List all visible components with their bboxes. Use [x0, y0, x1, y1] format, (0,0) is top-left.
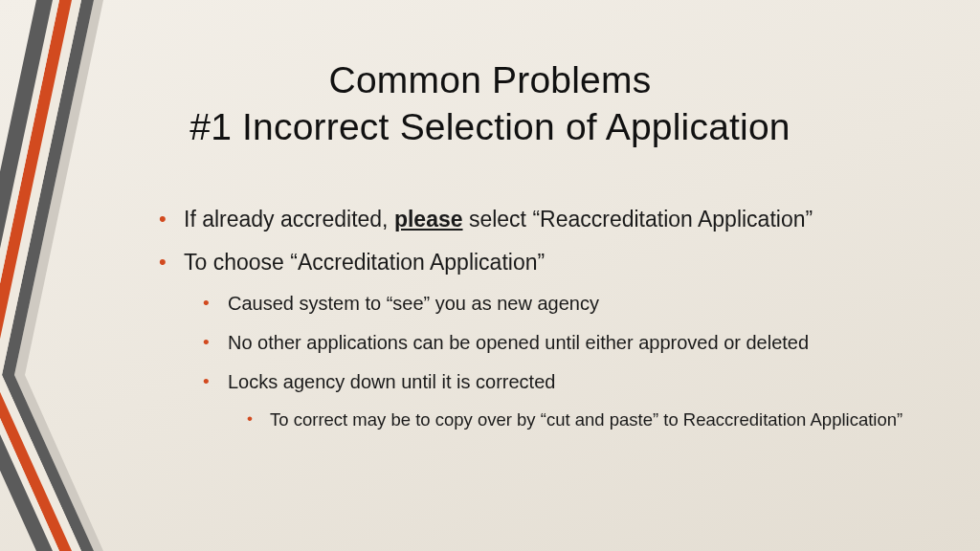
slide-body: If already accredited, please select “Re…: [159, 205, 923, 432]
bullet-text: No other applications can be opened unti…: [228, 332, 809, 353]
bullet-text: Locks agency down until it is corrected: [228, 371, 555, 392]
list-item: No other applications can be opened unti…: [203, 330, 923, 356]
bullet-text: To choose “Accreditation Application”: [184, 250, 545, 275]
list-item: To correct may be to copy over by “cut a…: [247, 408, 923, 432]
list-item: To choose “Accreditation Application” Ca…: [159, 248, 923, 432]
title-line-1: Common Problems: [329, 59, 652, 100]
list-item: Caused system to “see” you as new agency: [203, 291, 923, 317]
list-item: Locks agency down until it is corrected …: [203, 369, 923, 432]
bullet-text: Caused system to “see” you as new agency: [228, 293, 599, 314]
bullet-emphasis: please: [394, 207, 463, 231]
title-line-2: #1 Incorrect Selection of Application: [189, 106, 790, 147]
list-item: If already accredited, please select “Re…: [159, 205, 923, 234]
slide-title: Common Problems #1 Incorrect Selection o…: [57, 57, 923, 151]
bullet-text: To correct may be to copy over by “cut a…: [270, 409, 902, 430]
bullet-text: If already accredited,: [184, 207, 394, 231]
slide-content: Common Problems #1 Incorrect Selection o…: [0, 0, 980, 551]
bullet-text: select “Reaccreditation Application”: [463, 207, 813, 231]
